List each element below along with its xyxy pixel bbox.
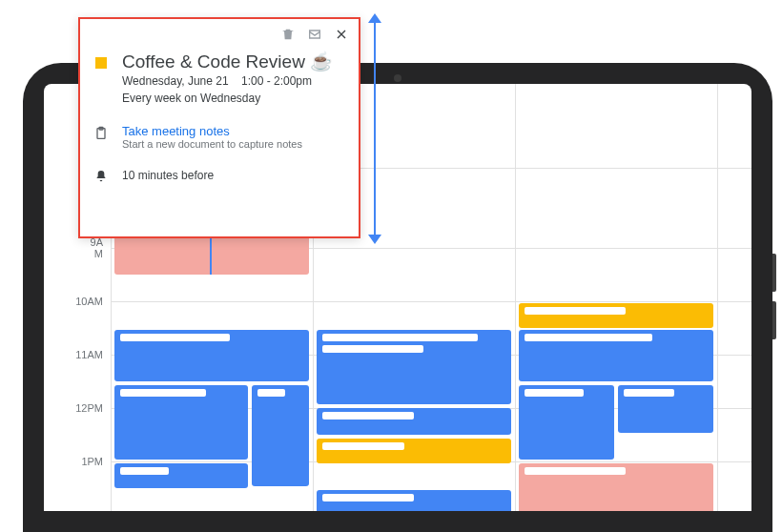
calendar-event[interactable] [317, 408, 511, 435]
bell-icon [93, 167, 109, 184]
arrow-up-icon [368, 13, 381, 23]
clipboard-icon [93, 124, 109, 141]
event-detail-popup: Coffee & Code Review ☕ Wednesday, June 2… [78, 17, 360, 238]
calendar-event[interactable] [252, 385, 309, 486]
time-label-9am: 9A M [91, 236, 103, 259]
take-notes-sub: Start a new document to capture notes [122, 138, 302, 150]
time-label-12pm: 12PM [75, 402, 103, 414]
event-recurrence: Every week on Wednesday [122, 90, 333, 107]
time-label-1pm: 1PM [81, 456, 103, 467]
calendar-event[interactable] [317, 439, 511, 463]
calendar-event[interactable] [114, 385, 248, 460]
calendar-event[interactable] [114, 330, 309, 381]
calendar-event[interactable] [519, 303, 713, 328]
calendar-event[interactable] [519, 330, 713, 381]
arrow-down-icon [368, 235, 381, 244]
time-label-10am: 10AM [75, 296, 103, 307]
tablet-camera [394, 74, 401, 82]
calendar-event[interactable] [618, 385, 713, 433]
resize-arrow-line [374, 21, 376, 236]
time-label-2pm: 2PM [81, 509, 103, 511]
close-icon[interactable] [334, 27, 349, 45]
calendar-event[interactable] [519, 385, 614, 460]
mail-icon[interactable] [307, 27, 322, 45]
event-title: Coffee & Code Review ☕ [122, 51, 333, 72]
trash-icon[interactable] [280, 27, 296, 45]
tablet-side-button [772, 301, 776, 339]
reminder-text: 10 minutes before [122, 167, 214, 184]
tablet-side-button [772, 254, 776, 292]
event-color-swatch [95, 57, 107, 69]
calendar-event[interactable] [317, 490, 511, 511]
take-notes-link[interactable]: Take meeting notes [122, 124, 302, 138]
event-datetime: Wednesday, June 21 1:00 - 2:00pm [122, 72, 333, 90]
callout-pointer [210, 238, 212, 275]
calendar-event[interactable] [114, 463, 248, 488]
calendar-event[interactable] [317, 330, 511, 404]
time-label-11am: 11AM [75, 349, 103, 360]
calendar-event[interactable] [519, 463, 713, 511]
